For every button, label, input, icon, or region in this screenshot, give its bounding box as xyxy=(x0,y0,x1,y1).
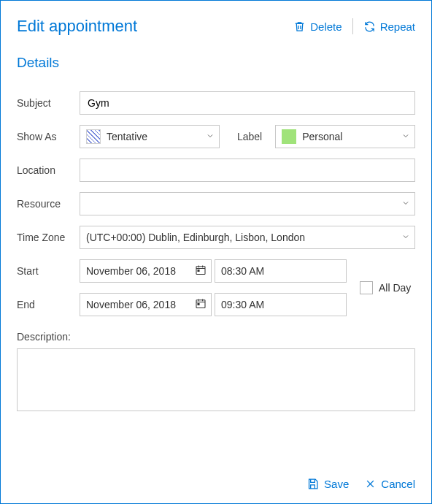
start-time-value: 08:30 AM xyxy=(221,265,264,277)
calendar-icon[interactable] xyxy=(195,298,207,312)
dates-column: Start November 06, 2018 08:30 AM xyxy=(17,259,347,316)
save-button[interactable]: Save xyxy=(306,478,349,490)
header-actions: Delete Repeat xyxy=(293,18,415,34)
tentative-swatch-icon xyxy=(86,129,101,144)
form: Subject Show As Tentative Label Personal xyxy=(1,75,431,413)
timezone-label: Time Zone xyxy=(17,232,80,243)
personal-swatch-icon xyxy=(282,129,296,144)
section-title: Details xyxy=(1,36,431,75)
subject-label: Subject xyxy=(17,97,80,109)
end-time-field[interactable]: 09:30 AM xyxy=(215,293,347,316)
subject-row: Subject xyxy=(17,91,415,115)
subject-field[interactable] xyxy=(80,91,415,115)
showas-dropdown[interactable]: Tentative xyxy=(80,125,220,148)
resource-dropdown[interactable] xyxy=(80,192,415,215)
repeat-icon xyxy=(363,20,376,33)
location-label: Location xyxy=(17,164,80,176)
showas-label: Show As xyxy=(17,131,80,142)
delete-button[interactable]: Delete xyxy=(293,20,342,33)
dialog-title: Edit appointment xyxy=(17,17,293,36)
allday-checkbox[interactable] xyxy=(360,281,373,294)
location-field[interactable] xyxy=(80,159,415,182)
label-dropdown[interactable]: Personal xyxy=(275,125,415,148)
trash-icon xyxy=(293,20,306,33)
save-label: Save xyxy=(324,478,349,490)
end-date-field[interactable]: November 06, 2018 xyxy=(80,293,212,316)
date-time-block: Start November 06, 2018 08:30 AM xyxy=(17,259,415,316)
end-row: End November 06, 2018 09:30 AM xyxy=(17,293,347,316)
timezone-dropdown[interactable]: (UTC+00:00) Dublin, Edinburgh, Lisbon, L… xyxy=(80,226,415,249)
chevron-down-icon xyxy=(401,131,410,142)
resource-label: Resource xyxy=(17,198,80,210)
start-time-field[interactable]: 08:30 AM xyxy=(215,259,347,283)
allday-group: All Day xyxy=(360,259,411,316)
end-label: End xyxy=(17,299,80,310)
chevron-down-icon xyxy=(206,131,215,142)
appointment-dialog: Edit appointment Delete Repeat xyxy=(0,0,432,504)
showas-label-row: Show As Tentative Label Personal xyxy=(17,125,415,148)
chevron-down-icon xyxy=(401,232,410,243)
location-input[interactable] xyxy=(86,164,409,177)
subject-input[interactable] xyxy=(86,96,409,110)
start-date-field[interactable]: November 06, 2018 xyxy=(80,259,212,283)
description-textarea[interactable] xyxy=(17,348,415,411)
svg-rect-3 xyxy=(198,304,199,305)
end-time-value: 09:30 AM xyxy=(221,299,264,310)
end-date-value: November 06, 2018 xyxy=(86,299,176,310)
timezone-value: (UTC+00:00) Dublin, Edinburgh, Lisbon, L… xyxy=(86,232,305,243)
chevron-down-icon xyxy=(401,198,410,210)
location-row: Location xyxy=(17,159,415,182)
label-field-label: Label xyxy=(230,131,265,142)
cancel-button[interactable]: Cancel xyxy=(365,478,415,490)
cancel-label: Cancel xyxy=(381,478,415,490)
separator xyxy=(352,18,353,34)
resource-row: Resource xyxy=(17,192,415,215)
start-date-value: November 06, 2018 xyxy=(86,265,176,277)
close-icon xyxy=(365,478,376,489)
repeat-button[interactable]: Repeat xyxy=(363,20,415,33)
dialog-header: Edit appointment Delete Repeat xyxy=(1,1,431,36)
timezone-row: Time Zone (UTC+00:00) Dublin, Edinburgh,… xyxy=(17,226,415,249)
repeat-label: Repeat xyxy=(380,20,415,33)
svg-rect-1 xyxy=(198,270,199,272)
save-icon xyxy=(306,478,319,490)
start-label: Start xyxy=(17,265,80,277)
showas-value: Tentative xyxy=(107,131,147,142)
start-row: Start November 06, 2018 08:30 AM xyxy=(17,259,347,283)
description-label: Description: xyxy=(17,316,415,348)
calendar-icon[interactable] xyxy=(195,264,207,278)
label-value: Personal xyxy=(302,131,342,142)
allday-label: All Day xyxy=(379,282,411,294)
dialog-footer: Save Cancel xyxy=(306,478,415,490)
delete-label: Delete xyxy=(310,20,342,33)
